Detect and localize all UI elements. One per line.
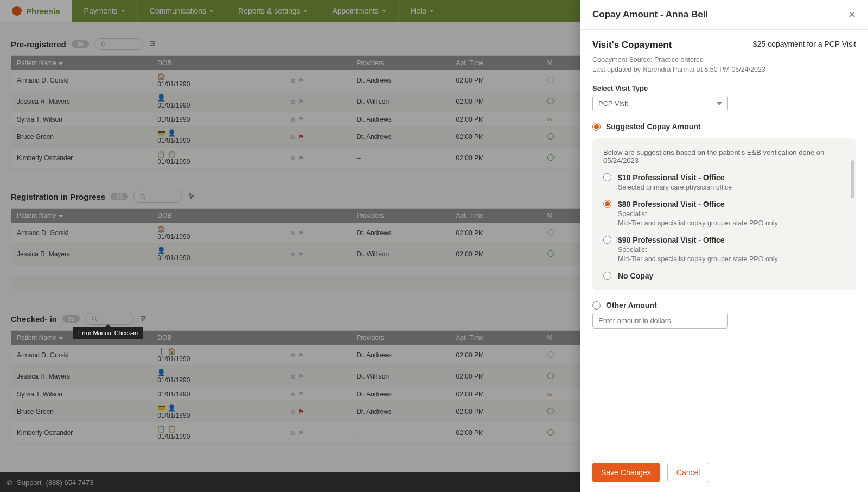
suggestion-title: $90 Professional Visit - Office [618,236,778,244]
panel-subtitle: Visit's Copayment [592,40,672,51]
chevron-down-icon [717,102,722,105]
suggested-radio[interactable] [592,123,601,131]
copay-updated: Last updated by Narendra Parmar at 5:50 … [592,66,856,73]
suggestion-radio[interactable] [603,236,611,244]
suggestion-subtext: Mid-Tier and specialist copay grouper st… [618,219,778,227]
suggestion-subtext: Specialist [618,246,778,254]
suggestion-title: $10 Professional Visit - Office [618,173,732,182]
suggestions-box: Below are suggestions based on the patie… [592,138,856,290]
visit-type-value: PCP Visit [598,99,628,108]
suggestion-title: No Copay [618,272,653,280]
cancel-button[interactable]: Cancel [667,463,710,482]
visit-type-label: Select Visit Type [592,84,856,92]
suggestion-radio[interactable] [603,173,611,181]
save-button[interactable]: Save Changes [592,463,660,482]
suggestions-scrollbar[interactable] [851,160,854,285]
copay-summary: $25 copayment for a PCP Visit [753,40,856,48]
suggestions-intro: Below are suggestions based on the patie… [603,148,845,165]
suggestion-subtext: Selected primary care physician office [618,184,732,191]
copay-suggestion[interactable]: No Copay [603,272,845,280]
other-amount-radio-row[interactable]: Other Amount [592,301,856,310]
suggestion-subtext: Mid-Tier and specialist copay grouper st… [618,255,778,263]
close-button[interactable]: ✕ [848,9,856,21]
panel-header: Copay Amount - Anna Bell ✕ [580,0,868,30]
suggestion-title: $80 Professional Visit - Office [618,200,778,209]
suggestion-radio[interactable] [603,200,611,208]
copay-suggestion[interactable]: $90 Professional Visit - OfficeSpecialis… [603,236,845,263]
panel-title: Copay Amount - Anna Bell [592,9,708,20]
copay-suggestion[interactable]: $10 Professional Visit - OfficeSelected … [603,173,845,191]
other-amount-input[interactable] [592,313,728,329]
copay-side-panel: Copay Amount - Anna Bell ✕ Visit's Copay… [580,0,868,492]
other-amount-label: Other Amount [606,301,657,310]
error-tooltip: Error Manual Check-in [73,327,143,339]
visit-type-select[interactable]: PCP Visit [592,96,728,111]
panel-footer: Save Changes Cancel [580,455,868,492]
suggested-radio-row[interactable]: Suggested Copay Amount [592,122,856,131]
other-amount-radio[interactable] [592,301,601,310]
copay-suggestion[interactable]: $80 Professional Visit - OfficeSpecialis… [603,200,845,227]
suggestion-radio[interactable] [603,272,611,280]
scrollbar-thumb[interactable] [851,160,854,198]
suggested-radio-label: Suggested Copay Amount [606,122,701,131]
copay-source: Copayment Source: Practice entered [592,56,856,64]
suggestion-subtext: Specialist [618,210,778,218]
